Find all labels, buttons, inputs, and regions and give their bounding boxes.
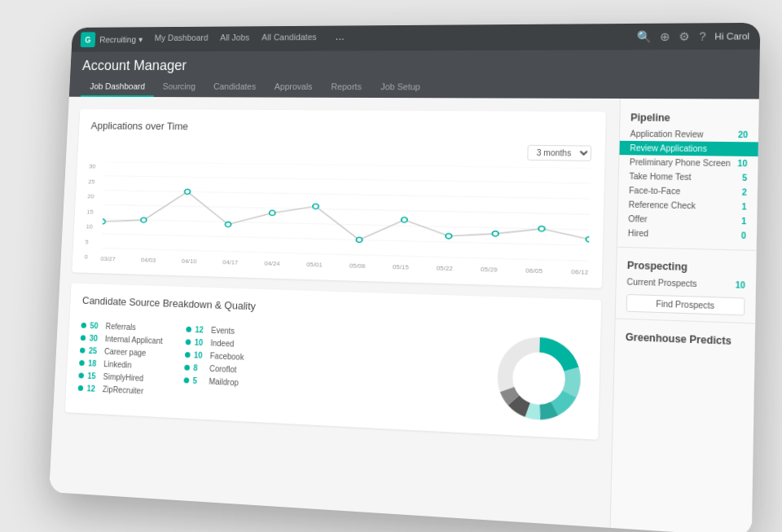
svg-point-13 — [356, 237, 362, 242]
chart-header: 3 months 1 month 6 months — [90, 140, 591, 160]
sidebar-divider-2 — [616, 318, 756, 323]
pipeline-item-application-review[interactable]: Application Review 20 — [620, 126, 758, 142]
chart-container: 0 5 10 15 20 25 30 — [84, 160, 591, 275]
user-greeting: Hi Carol — [714, 31, 749, 42]
help-icon[interactable]: ? — [699, 29, 706, 42]
nav-links: My Dashboard All Jobs All Candidates ··· — [154, 32, 345, 46]
pipeline-item-face-to-face[interactable]: Face-to-Face 2 — [618, 182, 758, 199]
all-candidates-link[interactable]: All Candidates — [261, 32, 317, 45]
tab-job-dashboard[interactable]: Job Dashboard — [81, 77, 154, 97]
line-chart-area — [101, 161, 591, 262]
chart-title: Applications over Time — [90, 120, 591, 135]
svg-point-12 — [313, 204, 319, 209]
list-item: 25 Career page — [80, 345, 162, 358]
dot-icon — [81, 335, 86, 341]
svg-line-0 — [105, 161, 591, 168]
source-content: 50 Referrals 30 Internal Applicant — [77, 315, 586, 427]
list-item: 10 Indeed — [185, 337, 244, 349]
donut-chart — [491, 330, 586, 426]
main-content: Applications over Time 3 months 1 month … — [49, 96, 759, 532]
gear-icon[interactable]: ⚙ — [679, 29, 691, 42]
plus-circle-icon[interactable]: ⊕ — [660, 29, 670, 42]
greenhouse-predicts-title: Greenhouse Predicts — [615, 325, 755, 350]
tab-sourcing[interactable]: Sourcing — [153, 77, 204, 97]
dot-icon — [183, 377, 189, 383]
dot-icon — [185, 339, 191, 345]
dot-icon — [185, 351, 191, 357]
secondary-nav: Account Manager Job Dashboard Sourcing C… — [69, 49, 760, 99]
svg-point-14 — [402, 217, 408, 222]
list-item: 18 Linkedin — [79, 358, 161, 371]
tab-approvals[interactable]: Approvals — [265, 77, 322, 97]
svg-point-8 — [141, 218, 147, 222]
source-lists: 50 Referrals 30 Internal Applicant — [77, 320, 477, 415]
search-icon[interactable]: 🔍 — [637, 29, 652, 42]
dot-icon — [80, 347, 86, 353]
svg-line-1 — [105, 175, 591, 182]
list-item: 10 Facebook — [185, 350, 244, 362]
dot-icon — [184, 364, 190, 370]
list-item: 12 ZipRecruiter — [77, 383, 160, 396]
pipeline-item-hired[interactable]: Hired 0 — [617, 226, 757, 243]
dot-icon — [186, 326, 191, 332]
app-container: G Recruiting ▾ My Dashboard All Jobs All… — [49, 22, 760, 532]
pipeline-item-review-applications[interactable]: Review Applications — [619, 140, 758, 156]
source-list-right: 12 Events 10 Indeed 10 — [182, 324, 245, 403]
svg-line-4 — [103, 219, 590, 230]
content-area: Applications over Time 3 months 1 month … — [49, 96, 620, 527]
svg-point-7 — [101, 218, 105, 223]
svg-point-27 — [515, 354, 564, 402]
svg-point-18 — [586, 236, 591, 242]
all-jobs-link[interactable]: All Jobs — [220, 32, 250, 44]
chart-section: Applications over Time 3 months 1 month … — [72, 108, 606, 288]
list-item: 15 SimplyHired — [78, 371, 160, 383]
source-section: Candidate Source Breakdown & Quality 50 … — [65, 283, 602, 439]
y-axis-labels: 0 5 10 15 20 25 30 — [84, 160, 102, 262]
tab-bar: Job Dashboard Sourcing Candidates Approv… — [81, 77, 745, 99]
svg-point-11 — [270, 210, 275, 215]
pipeline-title: Pipeline — [620, 107, 758, 128]
right-sidebar: Pipeline Application Review 20 Review Ap… — [610, 98, 759, 532]
tab-reports[interactable]: Reports — [321, 77, 371, 97]
svg-point-10 — [225, 222, 231, 226]
nav-right: 🔍 ⊕ ⚙ ? Hi Carol — [637, 29, 749, 43]
list-item: 12 Events — [186, 324, 245, 336]
svg-line-2 — [104, 190, 591, 198]
my-dashboard-link[interactable]: My Dashboard — [154, 33, 208, 45]
top-nav: G Recruiting ▾ My Dashboard All Jobs All… — [72, 22, 761, 51]
svg-point-16 — [492, 231, 499, 235]
svg-point-17 — [538, 226, 545, 231]
svg-line-5 — [102, 233, 589, 244]
list-item: 30 Internal Applicant — [81, 333, 163, 345]
svg-line-3 — [103, 204, 590, 214]
more-nav-icon[interactable]: ··· — [335, 32, 345, 45]
svg-point-9 — [185, 189, 191, 194]
device-frame: G Recruiting ▾ My Dashboard All Jobs All… — [49, 22, 760, 532]
dot-icon — [79, 360, 85, 366]
dot-icon — [78, 385, 84, 390]
period-select[interactable]: 3 months 1 month 6 months — [527, 144, 591, 160]
recruiting-dropdown[interactable]: Recruiting ▾ — [99, 34, 143, 44]
dot-icon — [78, 372, 84, 378]
dot-icon — [81, 322, 86, 328]
list-item: 50 Referrals — [81, 320, 163, 332]
sidebar-divider — [617, 246, 757, 250]
source-list-left: 50 Referrals 30 Internal Applicant — [77, 320, 163, 399]
tab-candidates[interactable]: Candidates — [204, 77, 266, 97]
find-prospects-button[interactable]: Find Prospects — [626, 293, 745, 315]
pipeline-item-phone-screen[interactable]: Preliminary Phone Screen 10 — [619, 155, 758, 171]
list-item: 8 Coroflot — [184, 363, 244, 374]
tab-job-setup[interactable]: Job Setup — [371, 77, 430, 98]
line-chart-svg — [101, 161, 591, 262]
svg-point-15 — [446, 233, 452, 238]
list-item: 5 Maildrop — [183, 376, 243, 387]
pipeline-item-take-home-test[interactable]: Take Home Test 5 — [619, 169, 758, 185]
page-title: Account Manager — [81, 49, 745, 77]
app-logo: G — [81, 32, 96, 47]
